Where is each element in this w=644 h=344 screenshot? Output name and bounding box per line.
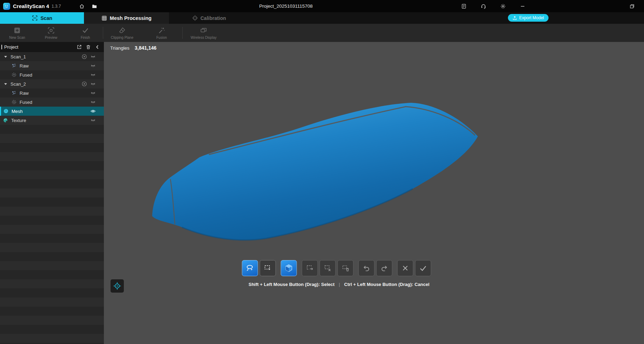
orbit-target-icon xyxy=(113,281,122,291)
eye-closed-icon[interactable] xyxy=(90,54,96,59)
finish-button[interactable]: Finish xyxy=(68,24,103,42)
sidebar-header: Project xyxy=(0,42,104,52)
tree-row-mesh[interactable]: Mesh xyxy=(0,107,104,116)
selection-edit-group xyxy=(302,260,354,276)
tab-mesh-processing[interactable]: Mesh Processing xyxy=(84,12,169,24)
eye-closed-icon[interactable] xyxy=(90,117,96,123)
history-group xyxy=(359,260,392,276)
new-scan-icon xyxy=(13,27,21,34)
mesh-tab-label: Mesh Processing xyxy=(110,15,151,21)
delete-project-icon[interactable] xyxy=(86,44,91,50)
tree-row-fused[interactable]: Fused xyxy=(0,98,104,107)
tab-calibration[interactable]: Calibration xyxy=(192,12,226,24)
mesh-node-icon xyxy=(3,108,9,114)
new-scan-button[interactable]: New Scan xyxy=(0,24,34,42)
play-scan-icon[interactable] xyxy=(82,54,87,59)
export-icon xyxy=(512,16,517,20)
export-model-button[interactable]: Export Model xyxy=(508,14,549,22)
rect-select-button[interactable] xyxy=(260,260,276,276)
fusion-wand-icon xyxy=(158,27,165,34)
app-version: 1.3.7 xyxy=(51,4,61,9)
triangle-count-readout: Triangles 3,841,146 xyxy=(110,45,156,51)
project-title: Project_20251031115708 xyxy=(259,3,313,9)
fused-data-icon xyxy=(11,72,17,78)
cancel-button[interactable] xyxy=(397,260,413,276)
tree-row-scan-2[interactable]: Scan_2 xyxy=(0,79,104,88)
chevron-down-icon[interactable] xyxy=(3,55,8,59)
app-name: CrealityScan 4 xyxy=(13,3,49,9)
wireless-display-label: Wireless Display xyxy=(191,36,217,40)
tree-label: Texture xyxy=(11,118,26,123)
finish-check-icon xyxy=(82,27,89,34)
release-notes-icon[interactable] xyxy=(461,3,467,9)
confirm-group xyxy=(397,260,431,276)
fused-data-icon xyxy=(11,99,17,105)
eye-open-icon[interactable] xyxy=(90,108,96,114)
eye-closed-icon[interactable] xyxy=(90,72,96,78)
eye-closed-icon[interactable] xyxy=(90,99,96,105)
delete-selection-button[interactable] xyxy=(338,260,354,276)
scanned-mesh-model[interactable] xyxy=(104,42,644,344)
hint-cancel: Ctrl + Left Mouse Button (Drag): Cancel xyxy=(344,282,430,287)
clear-selection-button[interactable] xyxy=(320,260,336,276)
clipping-plane-label: Clipping Plane xyxy=(111,36,134,40)
undo-button[interactable] xyxy=(359,260,375,276)
tree-row-raw[interactable]: Raw xyxy=(0,88,104,98)
fusion-label: Fusion xyxy=(156,36,167,40)
minimize-icon[interactable] xyxy=(520,3,525,9)
restore-window-icon[interactable] xyxy=(629,3,635,9)
finish-label: Finish xyxy=(81,36,90,40)
clipping-plane-button[interactable]: Clipping Plane xyxy=(103,24,141,42)
project-sidebar: Project Scan_1 Raw xyxy=(0,42,104,344)
preview-button[interactable]: Preview xyxy=(34,24,68,42)
hint-divider: | xyxy=(339,282,340,287)
viewport-3d[interactable]: Triangles 3,841,146 xyxy=(104,42,644,344)
confirm-button[interactable] xyxy=(415,260,431,276)
support-headset-icon[interactable] xyxy=(481,3,486,9)
tree-label: Raw xyxy=(20,91,29,96)
tree-label: Mesh xyxy=(12,109,23,114)
scan-tab-label: Scan xyxy=(41,15,52,21)
expand-selection-button[interactable] xyxy=(302,260,318,276)
clipping-plane-icon xyxy=(118,27,126,34)
eye-closed-icon[interactable] xyxy=(90,81,96,87)
calibration-tab-label: Calibration xyxy=(200,15,226,21)
preview-label: Preview xyxy=(45,36,57,40)
tree-row-texture[interactable]: Texture xyxy=(0,116,104,125)
home-icon[interactable] xyxy=(79,3,85,9)
tree-label: Scan_1 xyxy=(10,54,26,59)
play-scan-icon[interactable] xyxy=(82,81,87,87)
collapse-panel-icon[interactable] xyxy=(95,44,100,50)
mesh-tab-icon xyxy=(101,15,107,21)
export-project-icon[interactable] xyxy=(77,44,82,50)
tree-row-raw[interactable]: Raw xyxy=(0,61,104,70)
select-mode-group xyxy=(242,260,276,276)
tab-scan[interactable]: Scan xyxy=(0,12,84,24)
texture-node-icon xyxy=(3,117,8,123)
wireless-display-icon xyxy=(200,27,207,34)
gear-icon[interactable] xyxy=(500,3,506,9)
tree-row-fused[interactable]: Fused xyxy=(0,70,104,79)
folder-icon[interactable] xyxy=(92,3,97,9)
calibration-icon xyxy=(192,15,198,21)
hint-select: Shift + Left Mouse Button (Drag): Select xyxy=(248,282,334,287)
header-accent-bar xyxy=(1,45,2,49)
redo-button[interactable] xyxy=(376,260,392,276)
chevron-down-icon[interactable] xyxy=(3,82,8,86)
export-model-label: Export Model xyxy=(519,15,544,20)
fusion-button[interactable]: Fusion xyxy=(141,24,182,42)
lasso-select-button[interactable] xyxy=(242,260,258,276)
eye-closed-icon[interactable] xyxy=(90,63,96,69)
select-through-cube-button[interactable] xyxy=(281,260,297,276)
raw-data-icon xyxy=(11,90,17,96)
tree-label: Fused xyxy=(20,72,32,78)
ribbon-toolbar: New Scan Preview Finish Clipping Plane F… xyxy=(0,24,644,42)
wireless-display-button[interactable]: Wireless Display xyxy=(183,24,225,42)
raw-data-icon xyxy=(11,63,17,69)
eye-closed-icon[interactable] xyxy=(90,90,96,96)
scan-tab-icon xyxy=(32,15,38,21)
recenter-view-button[interactable] xyxy=(111,279,124,293)
tree-row-scan-1[interactable]: Scan_1 xyxy=(0,52,104,61)
project-tree: Scan_1 Raw Fused Scan_2 xyxy=(0,52,104,125)
triangles-value: 3,841,146 xyxy=(135,45,156,51)
